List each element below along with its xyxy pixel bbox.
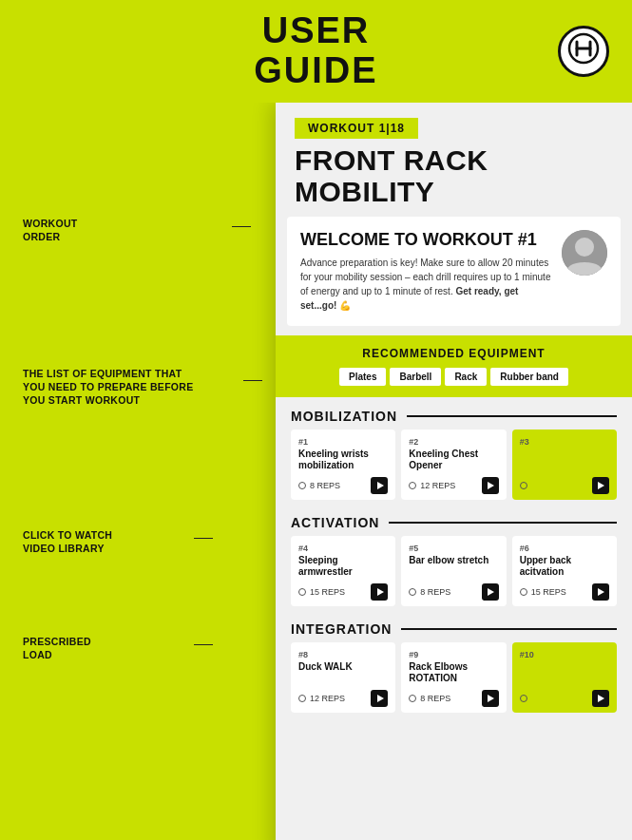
reps-dot-8 bbox=[298, 695, 306, 702]
play-button-10[interactable] bbox=[592, 690, 609, 707]
annotation-load: PRESCRIBED LOAD bbox=[23, 635, 213, 661]
reps-dot-4 bbox=[298, 588, 306, 596]
exercise-meta-8: 12 REPS bbox=[298, 690, 388, 707]
exercise-meta-2: 12 REPS bbox=[409, 477, 498, 494]
activation-title: ACTIVATION bbox=[291, 515, 379, 530]
left-panel: WORKOUT ORDER THE LIST OF EQUIPMENT THAT… bbox=[0, 103, 276, 840]
reps-dot-9 bbox=[409, 695, 416, 702]
reps-dot-6 bbox=[520, 588, 527, 596]
exercise-meta-5: 8 REPS bbox=[409, 583, 498, 601]
play-button-1[interactable] bbox=[371, 477, 388, 494]
integration-exercises: #8 Duck WALK 12 REPS #9 Rack Elbows ROTA… bbox=[276, 642, 632, 716]
exercise-num-8: #8 bbox=[298, 650, 388, 659]
exercise-card-1: #1 Kneeling wrists mobilization 8 REPS bbox=[291, 430, 395, 500]
exercise-num-6: #6 bbox=[520, 544, 609, 553]
reps-dot-10 bbox=[520, 695, 527, 702]
main-container: WORKOUT ORDER THE LIST OF EQUIPMENT THAT… bbox=[0, 103, 632, 840]
play-button-8[interactable] bbox=[371, 690, 388, 707]
play-button-4[interactable] bbox=[371, 583, 388, 601]
workout-header: WORKOUT 1|18 FRONT RACK MOBILITY bbox=[276, 103, 632, 217]
reps-dot-5 bbox=[409, 588, 416, 596]
play-button-2[interactable] bbox=[482, 477, 499, 494]
annotation-equipment: THE LIST OF EQUIPMENT THAT YOU NEED TO P… bbox=[23, 367, 262, 408]
activation-header: ACTIVATION bbox=[276, 504, 632, 536]
page-title: USER GUIDE bbox=[254, 11, 377, 91]
welcome-body: Advance preparation is key! Make sure to… bbox=[300, 256, 552, 313]
workout-card: WORKOUT 1|18 FRONT RACK MOBILITY WELCOME… bbox=[276, 103, 632, 840]
annotation-load-label: PRESCRIBED LOAD bbox=[23, 635, 213, 661]
exercise-name-4: Sleeping armwrestler bbox=[298, 555, 388, 578]
annotation-video: CLICK TO WATCH VIDEO LIBRARY bbox=[23, 528, 213, 555]
reps-label-1: 8 REPS bbox=[310, 481, 340, 490]
reps-label-9: 8 REPS bbox=[420, 694, 450, 703]
equipment-tabs: Plates Barbell Rack Rubber band bbox=[291, 368, 617, 386]
equip-tab-rack[interactable]: Rack bbox=[445, 368, 487, 386]
annotation-workout-order: WORKOUT ORDER bbox=[23, 217, 251, 243]
exercise-num-10: #10 bbox=[520, 650, 609, 659]
reps-dot-1 bbox=[298, 482, 306, 489]
play-button-6[interactable] bbox=[592, 583, 609, 601]
exercise-num-9: #9 bbox=[409, 650, 498, 659]
exercise-card-3: #3 bbox=[512, 430, 617, 500]
exercise-meta-1: 8 REPS bbox=[298, 477, 388, 494]
reps-label-8: 12 REPS bbox=[310, 694, 345, 703]
welcome-section: WELCOME TO WORKOUT #1 Advance preparatio… bbox=[287, 217, 621, 326]
exercise-card-2: #2 Kneeling Chest Opener 12 REPS bbox=[401, 430, 506, 500]
exercise-num-4: #4 bbox=[298, 544, 388, 553]
annotation-equipment-label: THE LIST OF EQUIPMENT THAT YOU NEED TO P… bbox=[23, 367, 262, 408]
activation-exercises: #4 Sleeping armwrestler 15 REPS #5 Bar e… bbox=[276, 536, 632, 610]
equip-tab-barbell[interactable]: Barbell bbox=[390, 368, 441, 386]
exercise-name-6: Upper back acitvation bbox=[520, 555, 609, 578]
exercise-num-2: #2 bbox=[409, 437, 498, 447]
exercise-meta-3 bbox=[520, 477, 609, 494]
avatar bbox=[562, 230, 607, 276]
logo bbox=[558, 26, 609, 77]
integration-line bbox=[401, 628, 617, 630]
annotation-workout-order-label: WORKOUT ORDER bbox=[23, 217, 251, 243]
exercise-name-3 bbox=[520, 449, 609, 471]
exercise-card-8: #8 Duck WALK 12 REPS bbox=[291, 642, 395, 713]
exercise-num-1: #1 bbox=[298, 437, 388, 447]
mobilization-exercises: #1 Kneeling wrists mobilization 8 REPS #… bbox=[276, 430, 632, 504]
equipment-title: RECOMMENDED EQUIPMENT bbox=[291, 347, 617, 360]
exercise-name-5: Bar elbow stretch bbox=[409, 555, 498, 578]
reps-label-4: 15 REPS bbox=[310, 587, 345, 597]
exercise-card-6: #6 Upper back acitvation 15 REPS bbox=[512, 536, 617, 606]
reps-dot-3 bbox=[520, 482, 527, 489]
exercise-meta-6: 15 REPS bbox=[520, 583, 609, 601]
reps-dot-2 bbox=[409, 482, 416, 489]
exercise-meta-10 bbox=[520, 690, 609, 707]
equip-tab-rubberband[interactable]: Rubber band bbox=[490, 368, 568, 386]
exercise-card-9: #9 Rack Elbows ROTATION 8 REPS bbox=[401, 642, 506, 713]
reps-label-6: 15 REPS bbox=[531, 587, 566, 597]
logo-icon bbox=[567, 32, 600, 70]
activation-line bbox=[389, 522, 617, 524]
svg-point-5 bbox=[575, 238, 594, 257]
title-line2: GUIDE bbox=[254, 50, 377, 90]
exercise-name-10 bbox=[520, 661, 609, 684]
reps-label-5: 8 REPS bbox=[420, 587, 450, 597]
integration-title: INTEGRATION bbox=[291, 621, 392, 637]
exercise-name-2: Kneeling Chest Opener bbox=[409, 449, 498, 471]
equip-tab-plates[interactable]: Plates bbox=[339, 368, 386, 386]
exercise-card-10: #10 bbox=[512, 642, 617, 713]
exercise-name-1: Kneeling wrists mobilization bbox=[298, 449, 388, 471]
reps-label-2: 12 REPS bbox=[420, 481, 455, 490]
exercise-num-3: #3 bbox=[520, 437, 609, 447]
header-bar: USER GUIDE bbox=[0, 0, 632, 103]
play-button-3[interactable] bbox=[592, 477, 609, 494]
play-button-9[interactable] bbox=[482, 690, 499, 707]
exercise-card-4: #4 Sleeping armwrestler 15 REPS bbox=[291, 536, 395, 606]
welcome-text: WELCOME TO WORKOUT #1 Advance preparatio… bbox=[300, 230, 552, 313]
play-button-5[interactable] bbox=[482, 583, 499, 601]
integration-header: INTEGRATION bbox=[276, 610, 632, 642]
annotation-video-label: CLICK TO WATCH VIDEO LIBRARY bbox=[23, 528, 213, 555]
equipment-section: RECOMMENDED EQUIPMENT Plates Barbell Rac… bbox=[276, 335, 632, 397]
workout-badge: WORKOUT 1|18 bbox=[295, 118, 418, 139]
welcome-title: WELCOME TO WORKOUT #1 bbox=[300, 230, 552, 250]
exercise-card-5: #5 Bar elbow stretch 8 REPS bbox=[401, 536, 506, 606]
mobilization-header: MOBILIZATION bbox=[276, 397, 632, 430]
workout-main-title: FRONT RACK MOBILITY bbox=[295, 144, 488, 207]
exercise-num-5: #5 bbox=[409, 544, 498, 553]
mobilization-title: MOBILIZATION bbox=[291, 409, 397, 424]
